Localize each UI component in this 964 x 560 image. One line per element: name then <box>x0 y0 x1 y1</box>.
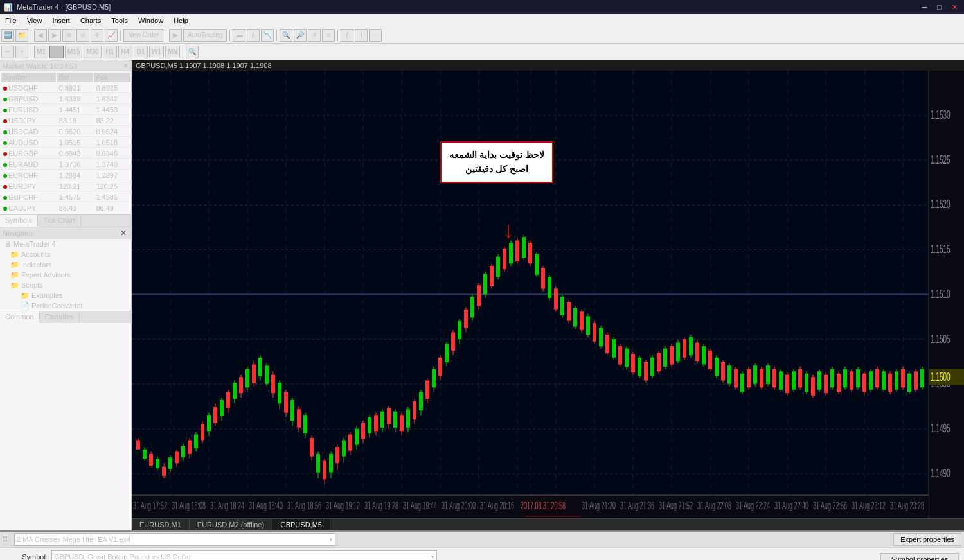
market-watch-row[interactable]: CADJPY 86.43 86.49 <box>1 204 130 213</box>
market-watch-row[interactable]: EURJPY 120.21 120.25 <box>1 182 130 191</box>
period-h1[interactable]: H1 <box>103 46 117 58</box>
menu-help[interactable]: Help <box>168 15 193 26</box>
maximize-button[interactable]: □ <box>934 3 944 12</box>
autotrading-btn[interactable]: AutoTrading <box>183 29 227 42</box>
period-m5[interactable]: M5 <box>49 46 64 58</box>
chart-type-bar[interactable]: ▬ <box>233 29 245 42</box>
tab-favorites[interactable]: Favorites <box>40 311 80 323</box>
zoom-out2[interactable]: 🔎 <box>294 29 307 42</box>
ea-dropdown[interactable]: 2 MA Crosses Mega filter EA V1.ex4 ▼ <box>14 533 335 546</box>
market-watch-row[interactable]: USDCHF 0.8921 0.8925 <box>1 83 130 93</box>
svg-rect-199 <box>670 346 674 365</box>
tab-tick-chart[interactable]: Tick Chart <box>38 215 81 227</box>
symbol-value: GBPUSD, Great Britain Pound vs US Dollar <box>54 553 191 560</box>
market-watch-row[interactable]: GBPCHF 1.4575 1.4585 <box>1 193 130 202</box>
period-sep-btn[interactable]: | <box>355 29 368 42</box>
close-button[interactable]: ✕ <box>949 3 960 12</box>
market-watch-row[interactable]: AUDUSD 1.0515 1.0518 <box>1 138 130 148</box>
symbol-properties-btn[interactable]: Symbol properties <box>880 553 959 560</box>
market-watch-row[interactable]: EURAUD 1.3736 1.3748 <box>1 160 130 170</box>
chart-tab-gbpusdm5[interactable]: GBPUSD,M5 <box>272 519 330 530</box>
svg-rect-37 <box>149 454 153 466</box>
period-h4[interactable]: H4 <box>118 46 132 58</box>
market-watch-row[interactable]: EURGBP 0.8843 0.8846 <box>1 149 130 159</box>
svg-text:1.1520: 1.1520 <box>931 198 951 211</box>
period-mn[interactable]: MN <box>165 46 181 58</box>
line-chart-btn[interactable]: 📈 <box>105 29 118 42</box>
svg-rect-173 <box>586 316 590 335</box>
svg-text:31 Aug 19:12: 31 Aug 19:12 <box>326 500 360 512</box>
svg-text:31 Aug 23:12: 31 Aug 23:12 <box>852 500 886 512</box>
chart-type-line[interactable]: 📉 <box>261 29 274 42</box>
market-watch-row[interactable]: GBPUSD 1.6339 1.6342 <box>1 94 130 104</box>
svg-text:31 Aug 22:56: 31 Aug 22:56 <box>813 500 847 512</box>
nav-root[interactable]: 🖥 MetaTrader 4 <box>0 239 131 249</box>
chart-canvas[interactable]: 1.1530 1.1525 1.1520 1.1515 1.1510 1.150… <box>132 71 964 518</box>
svg-rect-43 <box>168 457 172 469</box>
indicators-btn[interactable]: ƒ <box>341 29 353 42</box>
market-watch-close[interactable]: ✕ <box>123 62 129 70</box>
tab-common[interactable]: Common <box>0 311 40 323</box>
ask-cell: 1.0518 <box>94 138 130 148</box>
psep2 <box>183 46 183 58</box>
period-m15[interactable]: M15 <box>65 46 82 58</box>
svg-rect-253 <box>843 369 847 388</box>
minimize-button[interactable]: ─ <box>920 3 930 12</box>
svg-rect-121 <box>419 392 423 410</box>
nav-indicators[interactable]: 📁 Indicators <box>0 259 131 270</box>
search-icon[interactable]: 🔍 <box>186 46 199 58</box>
svg-text:31 Aug 18:56: 31 Aug 18:56 <box>287 500 321 512</box>
autotrading-label: AutoTrading <box>188 31 222 39</box>
open-btn[interactable]: 📁 <box>15 29 28 42</box>
chart-tab-eurusdm2[interactable]: EURUSD,M2 (offline) <box>190 519 272 530</box>
tab-symbols[interactable]: Symbols <box>0 215 38 227</box>
zoom-in2[interactable]: 🔍 <box>280 29 292 42</box>
market-watch-row[interactable]: USDCAD 0.9620 0.9624 <box>1 127 130 137</box>
menu-view[interactable]: View <box>22 15 48 26</box>
chart-type-candle[interactable]: 🕯 <box>247 29 260 42</box>
nav-examples[interactable]: 📁 Examples <box>0 290 131 301</box>
grid-btn[interactable]: # <box>308 29 321 42</box>
symbol-dropdown[interactable]: GBPUSD, Great Britain Pound vs US Dollar… <box>51 550 437 560</box>
forward-btn[interactable]: ▶ <box>48 29 61 42</box>
market-watch-row[interactable]: EURCHF 1.2894 1.2897 <box>1 171 130 180</box>
menu-charts[interactable]: Charts <box>75 15 106 26</box>
nav-examples-icon: 📁 <box>21 291 30 300</box>
svg-rect-203 <box>683 339 686 358</box>
more-btn[interactable]: ⋯ <box>369 29 382 42</box>
ask-cell: 83.22 <box>94 116 130 126</box>
svg-rect-79 <box>284 392 288 412</box>
navigator-close[interactable]: ✕ <box>118 229 129 238</box>
vol-btn[interactable]: ≡ <box>322 29 335 42</box>
period-d1[interactable]: D1 <box>134 46 148 58</box>
nav-pc-label: PeriodConverter <box>31 302 83 310</box>
zoom-out-btn[interactable]: ⊖ <box>76 29 89 42</box>
line-tool[interactable]: ─ <box>1 46 14 58</box>
menu-window[interactable]: Window <box>133 15 168 26</box>
expert-properties-btn[interactable]: Expert properties <box>893 533 961 546</box>
market-watch-row[interactable]: EURUSD 1.4451 1.4453 <box>1 105 130 115</box>
autotrading-icon[interactable]: ▶ <box>169 29 182 42</box>
nav-expert-advisors[interactable]: 📁 Expert Advisors <box>0 270 131 280</box>
crosshair-btn[interactable]: ✛ <box>91 29 103 42</box>
new-btn[interactable]: 🆕 <box>1 29 14 42</box>
chart-tabs: EURUSD,M1 EURUSD,M2 (offline) GBPUSD,M5 <box>132 518 964 530</box>
period-m1[interactable]: M1 <box>34 46 48 58</box>
menu-tools[interactable]: Tools <box>106 15 133 26</box>
svg-rect-117 <box>406 409 410 428</box>
menu-file[interactable]: File <box>0 15 22 26</box>
period-m30[interactable]: M30 <box>84 46 101 58</box>
ask-cell: 0.8925 <box>94 83 130 93</box>
nav-accounts[interactable]: 📁 Accounts <box>0 249 131 259</box>
crosshair-tool[interactable]: + <box>15 46 28 58</box>
nav-scripts[interactable]: 📁 Scripts <box>0 280 131 290</box>
svg-rect-159 <box>541 268 545 288</box>
zoom-in-btn[interactable]: ⊕ <box>62 29 75 42</box>
chart-tab-eurusdm1[interactable]: EURUSD,M1 <box>132 519 190 530</box>
period-w1[interactable]: W1 <box>149 46 164 58</box>
menu-insert[interactable]: Insert <box>47 15 75 26</box>
nav-period-converter[interactable]: 📄 PeriodConverter <box>0 301 131 311</box>
new-order-btn[interactable]: New Order <box>123 29 163 42</box>
market-watch-row[interactable]: USDJPY 83.19 83.22 <box>1 116 130 126</box>
back-btn[interactable]: ◀ <box>34 29 47 42</box>
